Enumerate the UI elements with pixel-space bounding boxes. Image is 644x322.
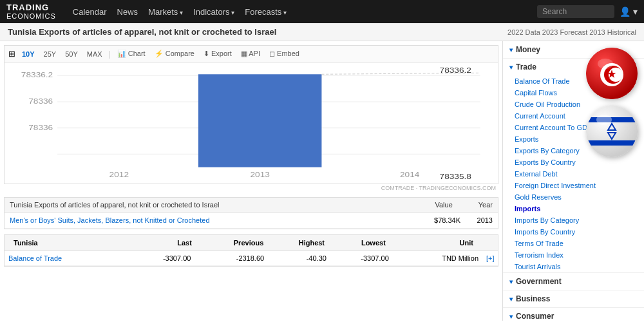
sidebar-item-terrorism[interactable]: Terrorism Index xyxy=(503,249,644,261)
sidebar-government-header[interactable]: Government xyxy=(503,273,644,290)
chart-container: 78336.2 78336 78336 78336.2 78335.8 2012… xyxy=(4,62,498,184)
sidebar-business-header[interactable]: Business xyxy=(503,290,644,307)
sidebar-item-exports-country[interactable]: Exports By Country xyxy=(503,156,644,168)
sidebar-item-imports[interactable]: Imports xyxy=(503,203,644,214)
api-btn[interactable]: ▦ API xyxy=(238,48,263,59)
sidebar-item-tourist-arrivals[interactable]: Tourist Arrivals xyxy=(503,261,644,272)
search-area: 👤 ▾ xyxy=(537,5,638,18)
col-prev-header: Previous xyxy=(196,238,267,248)
sidebar-section-money: Money xyxy=(503,41,644,59)
period-max[interactable]: MAX xyxy=(84,49,105,59)
page-title: Tunisia Exports of articles of apparel, … xyxy=(8,27,276,37)
nav-news[interactable]: News xyxy=(117,7,138,17)
data-table-title: Tunisia Exports of articles of apparel, … xyxy=(10,201,219,209)
user-icon[interactable]: 👤 ▾ xyxy=(620,6,638,17)
nav-markets[interactable]: Markets xyxy=(148,7,183,17)
page-header: Tunisia Exports of articles of apparel, … xyxy=(0,23,644,41)
col-year-header: Year xyxy=(478,201,493,209)
sidebar-item-imports-category[interactable]: Imports By Category xyxy=(503,214,644,226)
sidebar-item-external-debt[interactable]: External Debt xyxy=(503,168,644,180)
sep1: | xyxy=(109,50,111,59)
row-highest: -40.30 xyxy=(268,251,330,265)
col-last-header: Last xyxy=(124,238,196,248)
chart-toolbar: ⊞ 10Y 25Y 50Y MAX | 📊 Chart ⚡ Compare ⬇ … xyxy=(4,45,498,62)
sidebar-item-terms-of-trade[interactable]: Terms Of Trade xyxy=(503,238,644,249)
chart-svg: 78336.2 78336 78336 78336.2 78335.8 2012… xyxy=(5,62,498,184)
sidebar-item-gold-reserves[interactable]: Gold Reserves xyxy=(503,191,644,203)
sidebar-item-imports-country[interactable]: Imports By Country xyxy=(503,226,644,238)
left-content: ⊞ 10Y 25Y 50Y MAX | 📊 Chart ⚡ Compare ⬇ … xyxy=(0,41,502,321)
nav-indicators[interactable]: Indicators xyxy=(193,7,234,17)
data-table-section: Tunisia Exports of articles of apparel, … xyxy=(4,197,498,229)
period-25y[interactable]: 25Y xyxy=(41,49,59,59)
sidebar-consumer-header[interactable]: Consumer xyxy=(503,308,644,321)
logo[interactable]: TRADING ECONOMICS xyxy=(6,3,56,20)
row-value: $78.34K xyxy=(409,216,460,224)
svg-text:78336.2: 78336.2 xyxy=(440,67,472,75)
sidebar-item-exports[interactable]: Exports xyxy=(503,133,644,145)
main-layout: ⊞ 10Y 25Y 50Y MAX | 📊 Chart ⚡ Compare ⬇ … xyxy=(0,41,644,321)
row-last: -3307.00 xyxy=(122,251,195,265)
row-unit: TND Million xyxy=(393,251,482,265)
col-name-header: Tunisia xyxy=(10,238,124,248)
sidebar-item-crude-oil[interactable]: Crude Oil Production xyxy=(503,99,644,110)
row-action[interactable]: [+] xyxy=(482,251,498,265)
col-low-header: Lowest xyxy=(328,238,390,248)
svg-text:2013: 2013 xyxy=(250,171,270,179)
svg-text:78335.8: 78335.8 xyxy=(440,173,472,181)
sidebar-trade-header[interactable]: Trade xyxy=(503,59,644,75)
row-name[interactable]: Balance of Trade xyxy=(5,251,122,265)
table-row: Balance of Trade -3307.00 -2318.60 -40.3… xyxy=(5,251,498,266)
sidebar-item-exports-category[interactable]: Exports By Category xyxy=(503,145,644,156)
bottom-table-header: Tunisia Last Previous Highest Lowest Uni… xyxy=(5,235,498,251)
col-value-header: Value xyxy=(435,201,452,209)
sidebar-section-trade: Trade Balance Of Trade Capital Flows Cru… xyxy=(503,59,644,273)
nav-forecasts[interactable]: Forecasts xyxy=(245,7,287,17)
period-10y[interactable]: 10Y xyxy=(19,49,37,59)
row-year: 2013 xyxy=(460,216,493,224)
col-action-header xyxy=(477,238,493,248)
sidebar-item-fdi[interactable]: Foreign Direct Investment xyxy=(503,180,644,191)
sidebar-section-consumer: Consumer xyxy=(503,308,644,321)
embed-btn[interactable]: ◻ Embed xyxy=(267,48,302,59)
table-icon[interactable]: ⊞ xyxy=(8,49,15,59)
row-previous: -2318.60 xyxy=(194,251,268,265)
svg-text:78336.2: 78336.2 xyxy=(21,71,53,79)
right-sidebar: Money Trade Balance Of Trade Capital Flo… xyxy=(502,41,644,321)
data-table-col-headers: Value Year xyxy=(435,201,493,209)
table-row: Men's or Boys' Suits, Jackets, Blazers, … xyxy=(5,213,498,229)
top-navigation: TRADING ECONOMICS Calendar News Markets … xyxy=(0,0,644,23)
logo-trading: TRADING xyxy=(6,3,56,12)
col-unit-header: Unit xyxy=(390,238,477,248)
sidebar-money-header[interactable]: Money xyxy=(503,41,644,58)
compare-btn[interactable]: ⚡ Compare xyxy=(152,48,197,59)
row-lowest: -3307.00 xyxy=(330,251,393,265)
search-input[interactable] xyxy=(537,5,614,18)
data-table-header: Tunisia Exports of articles of apparel, … xyxy=(5,198,498,213)
logo-economics: ECONOMICS xyxy=(6,12,56,20)
svg-text:2012: 2012 xyxy=(109,171,129,179)
export-btn[interactable]: ⬇ Export xyxy=(201,48,234,59)
sidebar-item-current-account[interactable]: Current Account xyxy=(503,110,644,122)
bottom-section: Tunisia Last Previous Highest Lowest Uni… xyxy=(4,234,498,267)
col-high-header: Highest xyxy=(267,238,328,248)
chart-btn[interactable]: 📊 Chart xyxy=(115,48,148,59)
sidebar-section-government: Government xyxy=(503,273,644,290)
sidebar-item-capital-flows[interactable]: Capital Flows xyxy=(503,87,644,99)
row-label[interactable]: Men's or Boys' Suits, Jackets, Blazers, … xyxy=(10,216,409,224)
main-bar xyxy=(198,74,322,167)
svg-text:78336: 78336 xyxy=(28,98,53,106)
svg-text:2014: 2014 xyxy=(400,171,420,179)
sidebar-section-business: Business xyxy=(503,290,644,308)
data-info: 2022 Data 2023 Forecast 2013 Historical xyxy=(507,28,636,36)
period-50y[interactable]: 50Y xyxy=(62,49,80,59)
svg-text:78336: 78336 xyxy=(28,124,53,131)
nav-calendar[interactable]: Calendar xyxy=(73,7,107,17)
sidebar-item-current-account-gdp[interactable]: Current Account To GDP xyxy=(503,122,644,133)
sidebar-item-balance-of-trade[interactable]: Balance Of Trade xyxy=(503,75,644,87)
chart-credit: COMTRADE · TRADINGECONOMICS.COM xyxy=(4,184,498,192)
